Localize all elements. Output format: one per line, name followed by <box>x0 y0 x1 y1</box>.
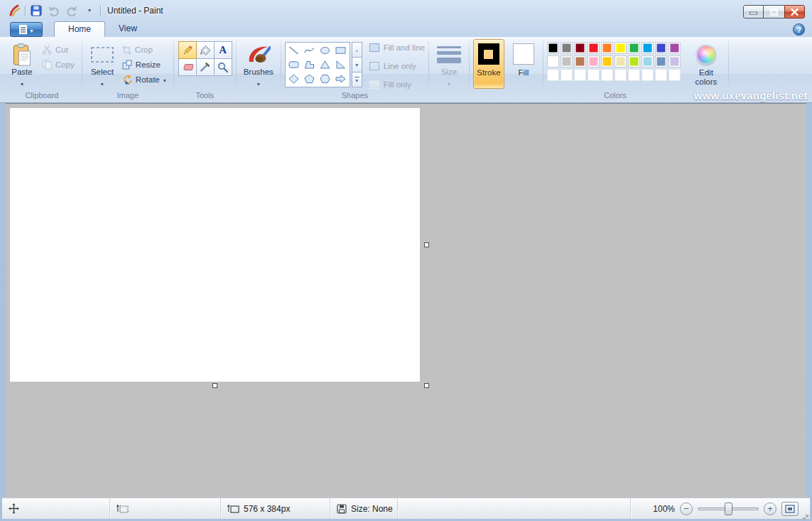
tab-view[interactable]: View <box>105 21 151 37</box>
color-palette <box>547 42 681 81</box>
color-picker-tool[interactable] <box>196 58 215 76</box>
color-swatch-r1c3[interactable] <box>574 42 586 54</box>
size-button[interactable]: Size <box>433 39 465 89</box>
color-swatch-r3c4[interactable] <box>588 69 600 81</box>
shape-right-triangle[interactable] <box>333 58 349 72</box>
color-swatch-r2c4[interactable] <box>588 55 600 68</box>
undo-button[interactable] <box>47 4 61 18</box>
color-swatch-r2c7[interactable] <box>628 55 640 68</box>
color-swatch-r3c9[interactable] <box>655 69 667 81</box>
stroke-color-button[interactable]: Stroke <box>473 39 504 89</box>
scroll-up-button[interactable]: ▲ <box>352 42 362 58</box>
pencil-tool[interactable] <box>178 41 197 59</box>
shape-arrow-right[interactable] <box>333 72 349 86</box>
shape-line[interactable] <box>286 43 302 58</box>
shape-polygon[interactable] <box>302 58 318 72</box>
zoom-in-button[interactable] <box>764 503 776 515</box>
color-swatch-r3c10[interactable] <box>668 69 681 81</box>
shape-pentagon[interactable] <box>302 72 318 86</box>
fill-and-line-option[interactable]: Fill and line <box>369 43 425 52</box>
scroll-down-button[interactable]: ▼ <box>352 57 362 72</box>
rotate-button[interactable]: Rotate <box>119 72 170 87</box>
resize-button[interactable]: Resize <box>119 58 170 72</box>
resize-grip[interactable] <box>806 515 808 517</box>
color-swatch-r1c5[interactable] <box>601 42 613 54</box>
copy-pages-icon <box>42 60 52 70</box>
color-swatch-r1c2[interactable] <box>561 42 573 54</box>
close-button[interactable] <box>784 5 805 18</box>
color-swatch-r3c8[interactable] <box>642 69 654 81</box>
line-only-option[interactable]: Line only <box>369 62 425 70</box>
shape-triangle[interactable] <box>318 58 333 72</box>
color-swatch-r2c9[interactable] <box>655 55 667 68</box>
color-swatch-r2c1[interactable] <box>547 55 559 68</box>
zoom-slider[interactable] <box>698 507 759 510</box>
color-swatch-r1c1[interactable] <box>547 42 559 54</box>
minimize-button[interactable] <box>743 5 764 18</box>
save-button[interactable] <box>29 4 43 18</box>
crop-button[interactable]: Crop <box>119 43 170 57</box>
canvas-resize-handle-bottom[interactable] <box>212 383 217 388</box>
fit-to-window-button[interactable] <box>781 502 799 516</box>
color-swatch-r2c3[interactable] <box>574 55 586 68</box>
color-swatch-r3c1[interactable] <box>547 69 559 81</box>
text-tool[interactable] <box>214 41 232 59</box>
shape-diamond[interactable] <box>286 72 302 86</box>
redo-button[interactable] <box>65 4 79 18</box>
brushes-button[interactable]: Brushes <box>240 39 277 89</box>
color-swatch-r3c3[interactable] <box>574 69 586 81</box>
color-swatch-r3c6[interactable] <box>615 69 627 81</box>
color-swatch-r3c5[interactable] <box>601 69 613 81</box>
shape-oval[interactable] <box>318 43 333 58</box>
canvas-size-section: 576 x 384px <box>221 498 330 519</box>
paste-button[interactable]: Paste <box>6 39 38 89</box>
brushes-group: Brushes <box>237 38 280 102</box>
gallery-more-button[interactable]: ▼ <box>352 72 362 87</box>
color-swatch-r1c4[interactable] <box>588 42 600 54</box>
canvas-resize-handle-right[interactable] <box>424 242 429 247</box>
shape-rectangle[interactable] <box>333 43 349 58</box>
eyedropper-icon <box>200 62 210 72</box>
edit-colors-button[interactable]: Edit colors <box>688 39 725 89</box>
color-swatch-r1c7[interactable] <box>628 42 640 54</box>
color-swatch-r2c6[interactable] <box>615 55 627 68</box>
color-swatch-r2c10[interactable] <box>668 55 681 68</box>
maximize-button[interactable] <box>764 5 784 18</box>
canvas-resize-handle-corner[interactable] <box>424 383 429 388</box>
drawing-canvas[interactable] <box>10 108 420 382</box>
cut-button[interactable]: Cut <box>38 43 78 57</box>
help-button[interactable] <box>793 23 805 36</box>
select-button[interactable]: Select <box>86 39 119 89</box>
zoom-out-button[interactable] <box>680 503 693 515</box>
group-separator <box>543 41 543 99</box>
color-swatch-r1c10[interactable] <box>668 42 681 54</box>
color-swatch-r3c7[interactable] <box>628 69 640 81</box>
color-swatch-r2c2[interactable] <box>561 55 573 68</box>
color-swatch-r2c8[interactable] <box>642 55 654 68</box>
copy-button[interactable]: Copy <box>38 58 78 72</box>
shape-rounded-rectangle[interactable] <box>286 58 302 72</box>
paint-app-icon[interactable] <box>7 4 21 18</box>
shape-gallery-scrollbar: ▲ ▼ ▼ <box>352 42 362 87</box>
eraser-tool[interactable] <box>178 58 197 76</box>
shape-hexagon[interactable] <box>318 72 333 86</box>
zoom-controls: 100% <box>631 498 810 519</box>
application-menu-button[interactable] <box>10 22 43 37</box>
fill-only-option[interactable]: Fill only <box>369 80 425 89</box>
color-swatch-r1c6[interactable] <box>615 42 627 54</box>
color-swatch-r3c2[interactable] <box>561 69 573 81</box>
fill-bucket-icon <box>200 45 211 56</box>
fill-color-button[interactable]: Fill <box>508 39 539 89</box>
group-separator <box>281 41 281 99</box>
magnifier-tool[interactable] <box>214 58 232 76</box>
color-swatch-r1c9[interactable] <box>655 42 667 54</box>
shape-curve[interactable] <box>302 43 318 58</box>
color-swatch-r1c8[interactable] <box>642 42 654 54</box>
stroke-fill-group: Stroke Fill <box>470 38 542 102</box>
eraser-icon <box>182 63 193 72</box>
zoom-slider-thumb[interactable] <box>725 503 732 515</box>
fill-bucket-tool[interactable] <box>196 41 215 59</box>
color-swatch-r2c5[interactable] <box>601 55 613 68</box>
tab-home[interactable]: Home <box>54 21 105 37</box>
customize-toolbar-dropdown[interactable] <box>82 4 97 18</box>
